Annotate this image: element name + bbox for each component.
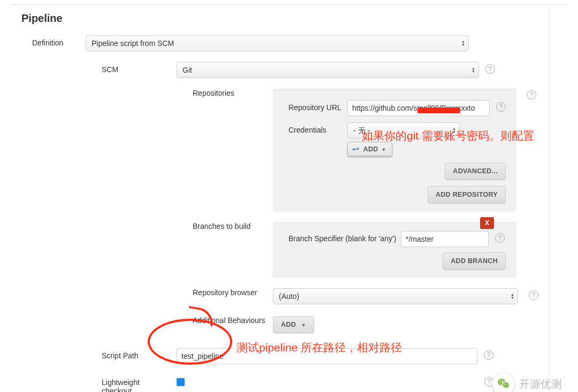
branch-specifier-input[interactable] xyxy=(401,231,489,247)
add-repository-button[interactable]: ADD REPOSITORY xyxy=(428,186,506,203)
help-icon[interactable]: ? xyxy=(484,377,494,387)
add-credentials-label: ADD xyxy=(363,145,378,153)
behaviours-label: Additional Behaviours xyxy=(193,316,273,325)
select-spinner-icon: ▲▼ xyxy=(452,127,456,134)
help-icon[interactable]: ? xyxy=(529,290,538,300)
repo-url-label: Repository URL xyxy=(288,100,347,112)
repo-browser-label: Repository browser xyxy=(193,288,273,297)
caret-down-icon: ▼ xyxy=(381,147,386,152)
advanced-button[interactable]: ADVANCED... xyxy=(445,163,506,180)
repo-browser-row: Repository browser (Auto) ▲▼ ? xyxy=(11,288,567,304)
jenkins-pipeline-config: Pipeline Definition Pipeline script from… xyxy=(0,4,578,392)
repositories-row: Repositories Repository URL ? Credential… xyxy=(11,89,567,211)
help-icon[interactable]: ? xyxy=(484,350,493,360)
add-behaviour-button[interactable]: ADD ▼ xyxy=(273,316,314,333)
branch-specifier-row: Branch Specifier (blank for 'any') ? xyxy=(288,231,506,247)
lightweight-row: Lightweight checkout ? xyxy=(11,375,567,392)
repo-actions: ADVANCED... xyxy=(288,163,506,180)
repositories-label: Repositories xyxy=(193,89,273,97)
select-spinner-icon: ▲▼ xyxy=(511,293,514,299)
scm-select-value: Git xyxy=(177,63,478,78)
definition-label: Definition xyxy=(32,35,86,47)
add-credentials-button[interactable]: ⊷ ADD ▼ xyxy=(347,142,392,156)
repo-url-row: Repository URL ? xyxy=(288,100,506,116)
help-icon[interactable]: ? xyxy=(496,102,506,112)
branches-row: Branches to build X Branch Specifier (bl… xyxy=(11,222,567,278)
definition-select[interactable]: Pipeline script from SCM ▲▼ xyxy=(86,35,469,51)
select-spinner-icon: ▲▼ xyxy=(461,40,465,47)
add-behaviour-label: ADD xyxy=(281,321,296,328)
branches-box: X Branch Specifier (blank for 'any') ? A… xyxy=(273,222,516,278)
select-spinner-icon: ▲▼ xyxy=(471,67,475,73)
add-branch-button[interactable]: ADD BRANCH xyxy=(443,252,506,270)
branches-label: Branches to build xyxy=(193,222,273,230)
behaviours-row: Additional Behaviours ADD ▼ xyxy=(11,316,567,333)
scm-select[interactable]: Git ▲▼ xyxy=(177,62,479,78)
scm-label: SCM xyxy=(102,62,177,74)
remove-branch-button[interactable]: X xyxy=(480,217,494,229)
lightweight-label: Lightweight checkout xyxy=(102,375,177,392)
panel-right-border xyxy=(549,4,549,392)
branch-actions: ADD BRANCH xyxy=(288,252,506,270)
scm-row: SCM Git ▲▼ ? xyxy=(11,62,567,78)
repo-browser-select[interactable]: (Auto) ▲▼ xyxy=(273,288,518,304)
help-icon[interactable]: ? xyxy=(485,64,495,74)
repo-browser-value: (Auto) xyxy=(273,289,518,304)
repo-actions-2: ADD REPOSITORY xyxy=(288,186,506,203)
script-path-row: Script Path ? xyxy=(11,348,567,364)
credentials-select-value: - 无 - xyxy=(348,123,459,139)
credentials-select[interactable]: - 无 - ▲▼ xyxy=(347,122,460,139)
lightweight-checkbox[interactable] xyxy=(177,378,185,386)
credentials-row: Credentials - 无 - ▲▼ ⊷ ADD ▼ xyxy=(288,122,506,156)
script-path-input[interactable] xyxy=(177,348,477,364)
branch-specifier-label: Branch Specifier (blank for 'any') xyxy=(288,231,401,243)
section-title: Pipeline xyxy=(21,12,567,25)
caret-down-icon: ▼ xyxy=(301,322,306,328)
key-icon: ⊷ xyxy=(352,144,360,153)
help-icon[interactable]: ? xyxy=(527,90,536,99)
definition-select-value: Pipeline script from SCM xyxy=(86,36,468,51)
pipeline-section: Pipeline Definition Pipeline script from… xyxy=(11,4,567,392)
definition-row: Definition Pipeline script from SCM ▲▼ xyxy=(32,35,567,51)
help-icon[interactable]: ? xyxy=(495,233,505,243)
repo-url-input[interactable] xyxy=(347,100,490,116)
script-path-label: Script Path xyxy=(102,348,177,360)
repositories-box: Repository URL ? Credentials - 无 - ▲▼ xyxy=(273,89,516,211)
credentials-label: Credentials xyxy=(288,122,347,134)
